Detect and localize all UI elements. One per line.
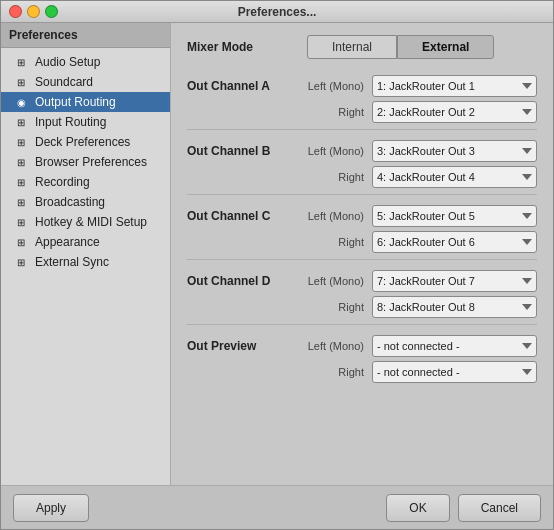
channel-divider-3 [187,324,537,325]
mixer-mode-label: Mixer Mode [187,40,307,54]
sidebar-item-icon-external-sync: ⊞ [17,257,31,268]
channel-right-label-4: Right [307,366,372,378]
channel-name-1: Out Channel B [187,144,307,158]
sidebar-item-label-broadcasting: Broadcasting [35,195,105,209]
sidebar-item-icon-appearance: ⊞ [17,237,31,248]
sidebar-item-label-appearance: Appearance [35,235,100,249]
channel-right-row-3: Out Channel DRight8: JackRouter Out 87: … [187,296,537,318]
sidebar-items-list: ⊞Audio Setup⊞Soundcard◉Output Routing⊞In… [1,48,170,485]
sidebar-item-label-soundcard: Soundcard [35,75,93,89]
channel-section-0: Out Channel ALeft (Mono)1: JackRouter Ou… [187,75,537,130]
sidebar-item-label-input-routing: Input Routing [35,115,106,129]
channel-left-select-1[interactable]: 3: JackRouter Out 31: JackRouter Out 12:… [372,140,537,162]
sidebar-item-icon-soundcard: ⊞ [17,77,31,88]
sidebar-item-soundcard[interactable]: ⊞Soundcard [1,72,170,92]
sidebar-item-appearance[interactable]: ⊞Appearance [1,232,170,252]
sidebar-item-icon-broadcasting: ⊞ [17,197,31,208]
main-layout: Preferences ⊞Audio Setup⊞Soundcard◉Outpu… [1,23,553,485]
channel-name-4: Out Preview [187,339,307,353]
sidebar-item-label-external-sync: External Sync [35,255,109,269]
maximize-button[interactable] [45,5,58,18]
footer: Apply OK Cancel [1,485,553,529]
sidebar-item-icon-output-routing: ◉ [17,97,31,108]
sidebar-item-label-browser-preferences: Browser Preferences [35,155,147,169]
sidebar-item-audio-setup[interactable]: ⊞Audio Setup [1,52,170,72]
channel-left-select-2[interactable]: 5: JackRouter Out 56: JackRouter Out 67:… [372,205,537,227]
sidebar-item-deck-preferences[interactable]: ⊞Deck Preferences [1,132,170,152]
channel-right-row-1: Out Channel BRight4: JackRouter Out 41: … [187,166,537,188]
channel-left-row-0: Out Channel ALeft (Mono)1: JackRouter Ou… [187,75,537,97]
internal-mode-button[interactable]: Internal [307,35,397,59]
channel-name-3: Out Channel D [187,274,307,288]
channel-name-0: Out Channel A [187,79,307,93]
close-button[interactable] [9,5,22,18]
sidebar-item-input-routing[interactable]: ⊞Input Routing [1,112,170,132]
channel-left-row-4: Out PreviewLeft (Mono)- not connected -1… [187,335,537,357]
sidebar-item-recording[interactable]: ⊞Recording [1,172,170,192]
sidebar-title: Preferences [1,23,170,48]
sidebar-item-icon-audio-setup: ⊞ [17,57,31,68]
channel-right-select-2[interactable]: 6: JackRouter Out 65: JackRouter Out 57:… [372,231,537,253]
sidebar-item-icon-input-routing: ⊞ [17,117,31,128]
sidebar-item-label-recording: Recording [35,175,90,189]
channel-right-row-2: Out Channel CRight6: JackRouter Out 65: … [187,231,537,253]
sidebar-item-label-deck-preferences: Deck Preferences [35,135,130,149]
external-mode-button[interactable]: External [397,35,494,59]
sidebar-item-broadcasting[interactable]: ⊞Broadcasting [1,192,170,212]
sidebar-item-icon-recording: ⊞ [17,177,31,188]
channel-right-label-3: Right [307,301,372,313]
channel-right-select-1[interactable]: 4: JackRouter Out 41: JackRouter Out 12:… [372,166,537,188]
channel-divider-2 [187,259,537,260]
channel-section-1: Out Channel BLeft (Mono)3: JackRouter Ou… [187,140,537,195]
channel-divider-1 [187,194,537,195]
minimize-button[interactable] [27,5,40,18]
sidebar-item-label-audio-setup: Audio Setup [35,55,100,69]
sidebar-item-label-output-routing: Output Routing [35,95,116,109]
channel-right-label-1: Right [307,171,372,183]
channel-right-select-3[interactable]: 8: JackRouter Out 87: JackRouter Out 75:… [372,296,537,318]
sidebar-item-icon-browser-preferences: ⊞ [17,157,31,168]
apply-button[interactable]: Apply [13,494,89,522]
channels-container: Out Channel ALeft (Mono)1: JackRouter Ou… [187,75,537,383]
channel-left-label-3: Left (Mono) [307,275,372,287]
channel-left-row-3: Out Channel DLeft (Mono)7: JackRouter Ou… [187,270,537,292]
channel-left-label-0: Left (Mono) [307,80,372,92]
channel-section-4: Out PreviewLeft (Mono)- not connected -1… [187,335,537,383]
sidebar-item-icon-hotkey-midi: ⊞ [17,217,31,228]
channel-right-row-4: Out PreviewRight- not connected -1: Jack… [187,361,537,383]
title-bar: Preferences... [1,1,553,23]
footer-right-buttons: OK Cancel [386,494,541,522]
channel-left-row-2: Out Channel CLeft (Mono)5: JackRouter Ou… [187,205,537,227]
sidebar: Preferences ⊞Audio Setup⊞Soundcard◉Outpu… [1,23,171,485]
channel-left-label-4: Left (Mono) [307,340,372,352]
channel-section-3: Out Channel DLeft (Mono)7: JackRouter Ou… [187,270,537,325]
mixer-mode-row: Mixer Mode Internal External [187,35,537,59]
channel-right-label-2: Right [307,236,372,248]
channel-left-select-0[interactable]: 1: JackRouter Out 12: JackRouter Out 23:… [372,75,537,97]
sidebar-item-label-hotkey-midi: Hotkey & MIDI Setup [35,215,147,229]
channel-left-label-1: Left (Mono) [307,145,372,157]
channel-right-label-0: Right [307,106,372,118]
main-content-area: Mixer Mode Internal External Out Channel… [171,23,553,485]
channel-name-2: Out Channel C [187,209,307,223]
sidebar-item-hotkey-midi[interactable]: ⊞Hotkey & MIDI Setup [1,212,170,232]
channel-right-select-4[interactable]: - not connected -1: JackRouter Out 12: J… [372,361,537,383]
channel-section-2: Out Channel CLeft (Mono)5: JackRouter Ou… [187,205,537,260]
mixer-mode-buttons: Internal External [307,35,494,59]
channel-left-select-3[interactable]: 7: JackRouter Out 78: JackRouter Out 85:… [372,270,537,292]
window-title: Preferences... [238,5,317,19]
channel-right-select-0[interactable]: 2: JackRouter Out 21: JackRouter Out 13:… [372,101,537,123]
sidebar-item-browser-preferences[interactable]: ⊞Browser Preferences [1,152,170,172]
channel-left-select-4[interactable]: - not connected -1: JackRouter Out 12: J… [372,335,537,357]
channel-left-label-2: Left (Mono) [307,210,372,222]
sidebar-item-icon-deck-preferences: ⊞ [17,137,31,148]
cancel-button[interactable]: Cancel [458,494,541,522]
channel-divider-0 [187,129,537,130]
preferences-window: Preferences... Preferences ⊞Audio Setup⊞… [0,0,554,530]
window-controls [9,5,58,18]
ok-button[interactable]: OK [386,494,449,522]
sidebar-item-output-routing[interactable]: ◉Output Routing [1,92,170,112]
sidebar-item-external-sync[interactable]: ⊞External Sync [1,252,170,272]
channel-left-row-1: Out Channel BLeft (Mono)3: JackRouter Ou… [187,140,537,162]
channel-right-row-0: Out Channel ARight2: JackRouter Out 21: … [187,101,537,123]
